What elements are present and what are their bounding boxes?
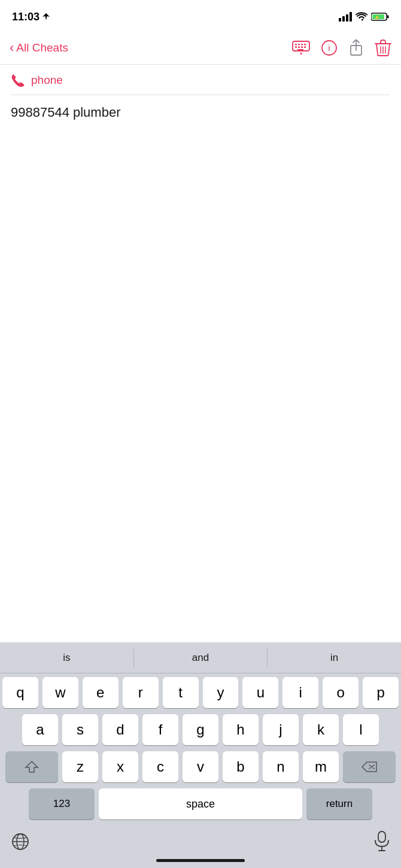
key-t[interactable]: t: [163, 677, 199, 708]
shift-key[interactable]: [5, 751, 58, 782]
delete-button[interactable]: [375, 39, 391, 57]
microphone-icon: [373, 831, 390, 851]
time-display: 11:03: [12, 11, 40, 23]
key-row-2: a s d f g h j k l: [2, 714, 399, 745]
num-key[interactable]: 123: [29, 788, 95, 820]
key-row-3: z x c v b n m: [2, 751, 399, 782]
back-label: All Cheats: [16, 41, 68, 54]
predictive-item-1[interactable]: and: [134, 642, 268, 673]
key-z[interactable]: z: [62, 751, 98, 782]
key-u[interactable]: u: [242, 677, 278, 708]
svg-rect-15: [301, 46, 303, 48]
key-y[interactable]: y: [203, 677, 239, 708]
back-button[interactable]: ‹ All Cheats: [10, 41, 68, 54]
key-x[interactable]: x: [102, 751, 138, 782]
key-w[interactable]: w: [42, 677, 78, 708]
phone-type-text: phone: [31, 74, 63, 87]
svg-rect-0: [339, 18, 341, 22]
wifi-icon: [356, 12, 367, 22]
shift-icon: [25, 760, 39, 773]
key-k[interactable]: k: [303, 714, 339, 745]
keyboard-area: is and in q w e r t y u i o p a s d f g …: [0, 642, 401, 868]
key-g[interactable]: g: [183, 714, 218, 745]
key-c[interactable]: c: [142, 751, 178, 782]
svg-rect-14: [298, 46, 300, 48]
location-icon: [42, 13, 50, 21]
signal-icon: [339, 12, 352, 22]
return-key[interactable]: return: [306, 788, 372, 820]
keyboard-icon: [292, 41, 310, 55]
back-chevron-icon: ‹: [10, 41, 14, 54]
svg-rect-12: [304, 44, 306, 45]
microphone-button[interactable]: [373, 831, 390, 852]
bottom-bar: [0, 825, 401, 859]
key-q[interactable]: q: [2, 677, 38, 708]
key-d[interactable]: d: [102, 714, 138, 745]
content-area: phone 99887544 plumber: [0, 65, 401, 125]
key-o[interactable]: o: [323, 677, 359, 708]
svg-rect-17: [297, 49, 303, 51]
key-h[interactable]: h: [223, 714, 259, 745]
key-r[interactable]: r: [123, 677, 159, 708]
key-f[interactable]: f: [142, 714, 178, 745]
svg-text:⚡: ⚡: [374, 14, 380, 20]
phone-type-label: phone: [11, 73, 63, 87]
key-n[interactable]: n: [263, 751, 299, 782]
keyboard-rows: q w e r t y u i o p a s d f g h j k l: [0, 673, 401, 820]
key-a[interactable]: a: [22, 714, 58, 745]
key-row-1: q w e r t y u i o p: [2, 677, 399, 708]
svg-rect-5: [387, 16, 389, 19]
svg-rect-11: [301, 44, 303, 45]
svg-rect-2: [346, 14, 348, 22]
delete-key[interactable]: [343, 751, 396, 782]
share-button[interactable]: [348, 40, 364, 56]
info-icon: i: [321, 40, 338, 56]
svg-rect-3: [350, 12, 352, 22]
key-v[interactable]: v: [183, 751, 218, 782]
battery-icon: ⚡: [371, 12, 389, 22]
key-s[interactable]: s: [62, 714, 98, 745]
globe-button[interactable]: [11, 831, 30, 851]
key-m[interactable]: m: [303, 751, 339, 782]
status-icons: ⚡: [339, 12, 389, 22]
backspace-icon: [361, 761, 378, 773]
svg-rect-27: [378, 831, 385, 842]
key-i[interactable]: i: [282, 677, 318, 708]
svg-rect-10: [298, 44, 300, 45]
predictive-bar: is and in: [0, 642, 401, 673]
svg-rect-9: [295, 44, 297, 45]
svg-text:i: i: [328, 43, 330, 53]
home-indicator: [0, 859, 401, 868]
key-e[interactable]: e: [83, 677, 119, 708]
status-time: 11:03: [12, 11, 50, 23]
globe-icon: [11, 832, 30, 851]
contact-type-row: phone: [11, 73, 390, 95]
nav-bar: ‹ All Cheats i: [0, 31, 401, 65]
key-row-4: 123 space return: [2, 788, 399, 820]
phone-icon: [11, 73, 25, 87]
svg-rect-1: [342, 16, 345, 22]
empty-content-area: [0, 125, 401, 418]
key-j[interactable]: j: [263, 714, 299, 745]
share-icon: [348, 40, 364, 56]
home-bar: [156, 859, 245, 862]
svg-rect-13: [295, 46, 297, 48]
space-key[interactable]: space: [99, 788, 302, 820]
key-l[interactable]: l: [343, 714, 379, 745]
contact-number-text: 99887544 plumber: [11, 95, 390, 125]
predictive-item-2[interactable]: in: [268, 642, 401, 673]
predictive-item-0[interactable]: is: [0, 642, 133, 673]
info-button[interactable]: i: [321, 40, 338, 56]
svg-rect-16: [304, 46, 306, 48]
trash-icon: [375, 39, 391, 57]
key-p[interactable]: p: [363, 677, 399, 708]
keyboard-toggle-button[interactable]: [292, 41, 310, 55]
key-b[interactable]: b: [223, 751, 259, 782]
nav-actions: i: [292, 39, 391, 57]
status-bar: 11:03 ⚡: [0, 0, 401, 31]
